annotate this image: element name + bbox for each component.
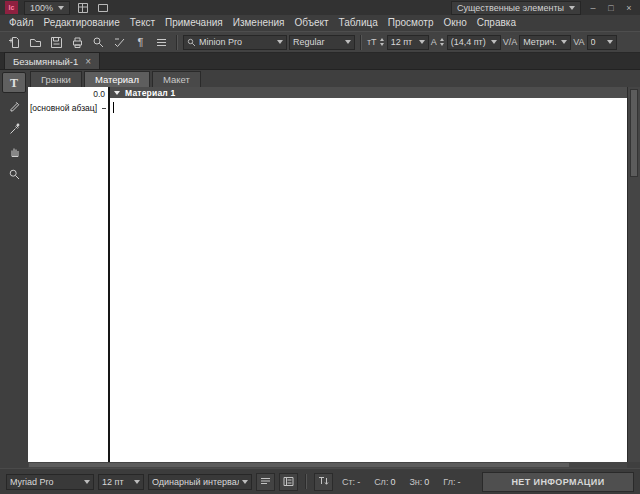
menu-help[interactable]: Справка (472, 15, 521, 31)
chevron-down-icon (569, 6, 575, 10)
lines-counter: Ст:- (342, 477, 360, 487)
vertical-scrollbar[interactable] (627, 87, 640, 462)
paragraph-style-label: [основной абзац] (30, 103, 97, 113)
kerning-icon: V/A (503, 37, 518, 47)
incopy-window: Ic 100% Существенные элементы – □ × Файл… (0, 0, 640, 494)
vertical-scrollbar-thumb[interactable] (630, 89, 638, 177)
numbered-lines-icon (283, 476, 294, 487)
pencil-icon (8, 99, 21, 112)
chevron-down-icon (277, 40, 283, 44)
font-style-select[interactable]: Regular (289, 35, 355, 50)
type-tool[interactable]: T (2, 72, 26, 93)
maximize-button[interactable]: □ (605, 3, 617, 13)
search-icon[interactable] (89, 33, 108, 51)
eyedropper-tool[interactable] (2, 118, 26, 139)
font-family-select[interactable]: Minion Pro (183, 35, 287, 50)
hand-icon (8, 145, 21, 158)
font-family-value: Minion Pro (199, 37, 274, 47)
menu-edit[interactable]: Редактирование (39, 15, 125, 31)
status-font-size-select[interactable]: 12 пт (98, 474, 144, 490)
story-text-area[interactable] (110, 98, 627, 462)
characters-counter: Зн:0 (409, 477, 429, 487)
status-font-size-value: 12 пт (102, 477, 131, 487)
text-caret (113, 102, 114, 113)
close-button[interactable]: × (623, 3, 635, 13)
show-hidden-characters-button[interactable]: ¶ (131, 33, 150, 51)
status-bar: Myriad Pro 12 пт Одинарный интервал Ст:-… (0, 468, 640, 494)
menu-type[interactable]: Текст (125, 15, 160, 31)
kerning-select[interactable]: Метрич. (519, 35, 571, 50)
line-spacing-select[interactable]: Одинарный интервал (148, 474, 252, 490)
chevron-down-icon (561, 40, 567, 44)
menu-file[interactable]: Файл (4, 15, 39, 31)
menu-table[interactable]: Таблица (334, 15, 383, 31)
paragraph-mark-icon: ¶ (138, 37, 144, 48)
chevron-down-icon (607, 40, 613, 44)
words-counter: Сл:0 (374, 477, 395, 487)
view-options-icon[interactable] (76, 1, 90, 14)
chevron-down-icon (345, 40, 351, 44)
menu-notes[interactable]: Примечания (160, 15, 228, 31)
zoom-level-select[interactable]: 100% (24, 1, 70, 15)
collapse-triangle-icon[interactable] (114, 91, 120, 95)
tab-layout[interactable]: Макет (152, 71, 201, 87)
story-editor[interactable]: 0.0 [основной абзац] Материал 1 (28, 87, 627, 462)
note-tool[interactable] (2, 95, 26, 116)
print-button[interactable] (68, 33, 87, 51)
workspace-label: Существенные элементы (457, 3, 564, 13)
menu-window[interactable]: Окно (438, 15, 471, 31)
screen-mode-icon[interactable] (96, 1, 110, 14)
zoom-tool[interactable] (2, 164, 26, 185)
menu-view[interactable]: Просмотр (383, 15, 439, 31)
chevron-down-icon (134, 480, 140, 484)
horizontal-scrollbar-thumb[interactable] (29, 463, 569, 467)
new-document-button[interactable] (5, 33, 24, 51)
save-button[interactable] (47, 33, 66, 51)
story-title: Материал 1 (125, 88, 175, 98)
font-search-icon (187, 38, 196, 47)
chevron-down-icon (419, 40, 425, 44)
font-style-value: Regular (293, 37, 342, 47)
zoom-value: 100% (30, 3, 53, 13)
depth-indicator-button[interactable] (314, 473, 333, 491)
spellcheck-button[interactable] (110, 33, 129, 51)
type-tool-icon: T (10, 77, 18, 89)
workspace-switcher[interactable]: Существенные элементы (451, 1, 581, 15)
magnifier-icon (8, 168, 21, 181)
line-numbers-button[interactable] (279, 473, 298, 491)
document-title: Безымянный-1 (13, 56, 78, 67)
tools-panel: T (0, 70, 28, 462)
app-bar: Ic 100% Существенные элементы – □ × (0, 0, 640, 15)
leading-stepper[interactable] (440, 38, 444, 46)
control-bar: ¶ Minion Pro Regular тТ 12 пт A (14,4 пт… (0, 31, 640, 53)
tab-galley[interactable]: Гранки (30, 71, 82, 87)
story-header[interactable]: Материал 1 (110, 87, 627, 98)
galley-adjust-button[interactable] (256, 473, 275, 491)
hand-tool[interactable] (2, 141, 26, 162)
view-tab-bar: Гранки Материал Макет (28, 70, 640, 87)
menu-changes[interactable]: Изменения (228, 15, 290, 31)
chevron-down-icon (58, 6, 64, 10)
kerning-value: Метрич. (523, 37, 558, 47)
close-icon[interactable]: × (85, 56, 91, 67)
leading-select[interactable]: (14,4 пт) (447, 35, 501, 50)
open-folder-button[interactable] (26, 33, 45, 51)
tracking-value: 0 (591, 37, 604, 47)
toolbar-separator (176, 35, 178, 50)
depth-counter: Гл:- (443, 477, 460, 487)
font-size-stepper[interactable] (380, 38, 384, 46)
chevron-down-icon (84, 480, 90, 484)
status-font-family-select[interactable]: Myriad Pro (6, 474, 94, 490)
story-editor-view-button[interactable] (152, 33, 171, 51)
document-tab[interactable]: Безымянный-1 × (4, 52, 100, 69)
line-spacing-value: Одинарный интервал (152, 477, 239, 487)
statusbar-separator (305, 474, 307, 489)
minimize-button[interactable]: – (587, 3, 599, 13)
menu-object[interactable]: Объект (290, 15, 334, 31)
eyedropper-icon (8, 122, 21, 135)
status-font-family-value: Myriad Pro (10, 477, 81, 487)
font-size-select[interactable]: 12 пт (387, 35, 429, 50)
copyfit-info: НЕТ ИНФОРМАЦИИ (482, 472, 634, 492)
tab-story[interactable]: Материал (84, 71, 150, 87)
tracking-select[interactable]: 0 (587, 35, 617, 50)
